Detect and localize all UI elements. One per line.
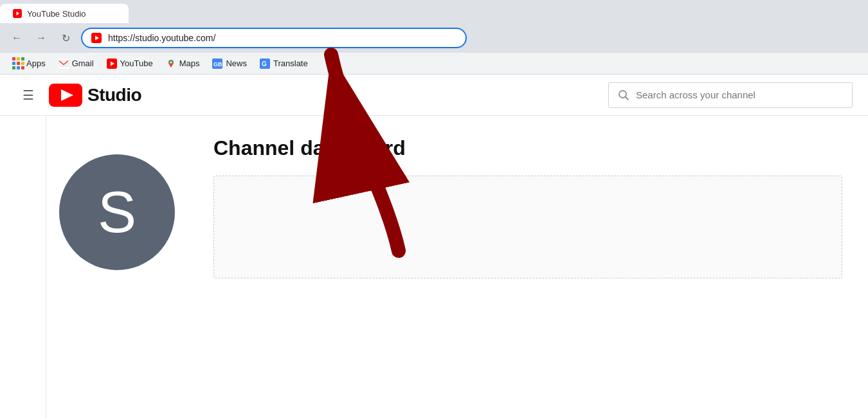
- apps-icon: [13, 59, 23, 69]
- bookmark-maps[interactable]: Maps: [161, 57, 205, 71]
- studio-main: Channel dashboard: [188, 116, 868, 418]
- bookmark-apps-label: Apps: [26, 59, 46, 68]
- bookmark-youtube-label: YouTube: [120, 59, 153, 68]
- news-icon: GB: [212, 59, 222, 69]
- hamburger-menu-button[interactable]: ☰: [15, 82, 41, 108]
- reload-button[interactable]: ↻: [57, 29, 75, 47]
- studio-logo-text: Studio: [87, 85, 141, 105]
- svg-line-16: [626, 96, 629, 100]
- active-tab[interactable]: YouTube Studio: [0, 4, 129, 23]
- svg-point-8: [170, 61, 172, 63]
- youtube-bookmark-icon: [107, 59, 117, 69]
- page-wrapper: YouTube Studio ← → ↻ https://studio.yout…: [0, 0, 868, 418]
- channel-dashboard-title: Channel dashboard: [213, 136, 842, 160]
- svg-text:GB: GB: [213, 61, 222, 68]
- bookmarks-bar: Apps Gmail: [0, 53, 868, 75]
- bookmark-maps-label: Maps: [179, 59, 200, 68]
- tab-favicon: [13, 9, 22, 18]
- omnibox[interactable]: https://studio.youtube.com/: [81, 28, 467, 48]
- omnibox-row: ← → ↻ https://studio.youtube.com/: [0, 23, 868, 53]
- back-button[interactable]: ←: [8, 29, 26, 47]
- bookmark-youtube[interactable]: YouTube: [102, 57, 158, 71]
- search-bar[interactable]: [608, 82, 853, 108]
- avatar-letter: S: [98, 179, 136, 246]
- studio-logo[interactable]: Studio: [49, 84, 141, 107]
- tab-bar: YouTube Studio: [0, 0, 868, 23]
- studio-sidebar: [0, 116, 46, 418]
- avatar-section: S: [46, 116, 188, 418]
- youtube-studio-icon: [49, 84, 82, 107]
- browser-chrome: YouTube Studio ← → ↻ https://studio.yout…: [0, 0, 868, 75]
- bookmark-gmail[interactable]: Gmail: [53, 57, 99, 71]
- svg-text:G: G: [262, 60, 267, 68]
- studio-header: ☰ Studio: [0, 75, 868, 116]
- forward-button[interactable]: →: [32, 29, 50, 47]
- bookmark-news[interactable]: GB News: [207, 57, 252, 71]
- hamburger-icon: ☰: [23, 87, 34, 103]
- omnibox-favicon: [91, 33, 102, 43]
- bookmark-translate[interactable]: G Translate: [255, 57, 313, 71]
- search-icon: [618, 89, 629, 101]
- tab-title: YouTube Studio: [27, 9, 86, 19]
- studio-content: S Channel dashboard: [0, 116, 868, 418]
- gmail-icon: [59, 59, 69, 69]
- dashboard-card: [213, 176, 842, 278]
- omnibox-url: https://studio.youtube.com/: [108, 33, 457, 43]
- bookmark-translate-label: Translate: [273, 59, 308, 68]
- bookmark-news-label: News: [226, 59, 247, 68]
- bookmark-apps[interactable]: Apps: [8, 57, 51, 71]
- search-input[interactable]: [636, 89, 843, 100]
- yt-studio-page: ☰ Studio: [0, 75, 868, 418]
- translate-icon: G: [260, 59, 270, 69]
- bookmark-gmail-label: Gmail: [72, 59, 94, 68]
- avatar: S: [59, 154, 175, 270]
- maps-icon: [166, 59, 176, 69]
- content-body: S Channel dashboard: [46, 116, 868, 418]
